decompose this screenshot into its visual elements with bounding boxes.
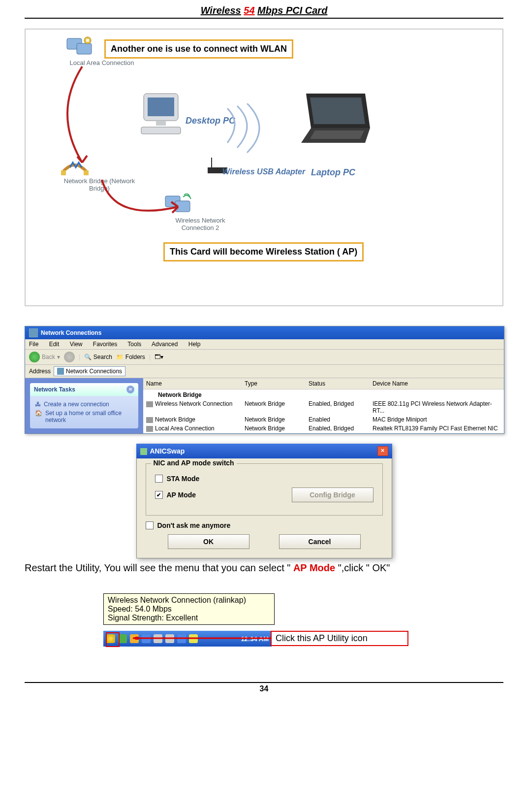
svg-rect-9	[148, 97, 174, 116]
window-titlebar[interactable]: Network Connections	[25, 326, 504, 339]
svg-rect-10	[156, 121, 166, 126]
wireless-icon	[146, 401, 153, 407]
menu-favorites[interactable]: Favorites	[93, 341, 117, 348]
search-button[interactable]: 🔍 Search	[84, 354, 112, 360]
col-device[interactable]: Device Name	[370, 378, 504, 389]
header-word1: Wireless	[201, 5, 241, 16]
connections-list: Name Type Status Device Name Network Bri…	[143, 378, 504, 433]
desktop-pc-label: Desktop PC	[186, 116, 235, 126]
col-status[interactable]: Status	[306, 378, 370, 389]
network-connections-window: Network Connections File Edit View Favor…	[25, 326, 504, 434]
tooltip-line1: Wireless Network Connection (ralinkap)	[108, 596, 270, 605]
bridge-small-icon	[146, 417, 153, 423]
address-label: Address	[29, 368, 51, 375]
table-row[interactable]: Network Bridge Network Bridge Enabled MA…	[143, 415, 504, 424]
views-button[interactable]: 🗔▾	[155, 354, 163, 360]
menu-advanced[interactable]: Advanced	[152, 341, 178, 348]
dialog-app-icon	[140, 448, 147, 455]
svg-rect-3	[86, 39, 89, 42]
table-row[interactable]: Wireless Network Connection Network Brid…	[143, 399, 504, 415]
back-icon	[29, 352, 40, 362]
svg-marker-15	[133, 637, 139, 640]
window-title: Network Connections	[41, 329, 101, 336]
page-number: 34	[260, 684, 269, 693]
sta-mode-checkbox[interactable]	[155, 475, 163, 483]
laptop-pc-label: Laptop PC	[311, 167, 355, 178]
sidebar-heading[interactable]: Network Tasks «	[30, 383, 138, 396]
page-footer: 34	[25, 682, 503, 693]
svg-rect-4	[61, 170, 66, 175]
sta-mode-label: STA Mode	[167, 475, 200, 483]
system-tray-area: Wireless Network Connection (ralinkap) S…	[103, 593, 349, 652]
table-row[interactable]: Local Area Connection Network Bridge Ena…	[143, 424, 504, 433]
network-connections-icon	[29, 328, 38, 337]
cancel-button[interactable]: Cancel	[279, 534, 361, 549]
toolbar: Back ▾ | 🔍 Search 📁 Folders | 🗔▾	[25, 350, 504, 365]
lac-label: Local Area Connection	[65, 59, 139, 66]
menu-edit[interactable]: Edit	[49, 341, 60, 348]
tooltip-line2: Speed: 54.0 Mbps	[108, 605, 270, 614]
svg-rect-11	[141, 127, 181, 134]
ap-mode-label: AP Mode	[167, 491, 196, 499]
network-bridge-icon: Network Bridge (Network Bridge)	[60, 158, 139, 192]
header-rest: Mbps PCI Card	[257, 5, 327, 16]
menu-tools[interactable]: Tools	[127, 341, 141, 348]
dialog-titlebar[interactable]: ANICSwap ×	[136, 444, 392, 458]
instruction-text: Restart the Utility, You will see the me…	[25, 562, 503, 574]
tasks-sidebar: Network Tasks « 🖧Create a new connection…	[25, 378, 143, 433]
forward-icon	[64, 352, 75, 362]
menu-bar: File Edit View Favorites Tools Advanced …	[25, 339, 504, 350]
menu-view[interactable]: View	[70, 341, 83, 348]
new-connection-icon: 🖧	[35, 401, 41, 408]
tray-callout: Click this AP Utility icon	[271, 631, 408, 646]
page-header: Wireless 54 Mbps PCI Card	[25, 5, 503, 19]
dont-ask-checkbox[interactable]	[146, 521, 154, 529]
close-button[interactable]: ×	[377, 446, 388, 456]
back-button[interactable]: Back ▾	[29, 352, 60, 362]
svg-rect-7	[175, 201, 190, 212]
menu-help[interactable]: Help	[188, 341, 201, 348]
group-legend: NIC and AP mode switch	[151, 459, 237, 467]
folders-button[interactable]: 📁 Folders	[116, 354, 145, 360]
lan-small-icon	[146, 426, 153, 432]
laptop-pc-icon	[291, 89, 390, 153]
bridge-label: Network Bridge (Network Bridge)	[60, 177, 139, 192]
col-name[interactable]: Name	[143, 378, 242, 389]
home-network-icon: 🏠	[35, 410, 42, 417]
anicswap-dialog: ANICSwap × NIC and AP mode switch STA Mo…	[136, 444, 392, 558]
svg-rect-5	[84, 170, 89, 175]
wnc2-label: Wireless Network Connection 2	[163, 217, 237, 231]
task-setup-network[interactable]: 🏠Set up a home or small office network	[35, 410, 133, 423]
tray-tooltip: Wireless Network Connection (ralinkap) S…	[103, 593, 275, 625]
dialog-title: ANICSwap	[150, 447, 185, 455]
red-arrow-callout-icon	[133, 637, 271, 640]
ap-mode-checkbox[interactable]: ✔	[155, 491, 163, 499]
ap-mode-red: AP Mode	[293, 562, 335, 573]
address-icon	[57, 368, 64, 375]
group-network-bridge: Network Bridge	[143, 390, 504, 399]
address-field[interactable]: Network Connections	[54, 366, 125, 376]
tooltip-line3: Signal Strength: Excellent	[108, 614, 270, 622]
config-bridge-button: Config Bridge	[292, 487, 373, 502]
local-area-connection-icon: Local Area Connection	[65, 34, 139, 66]
menu-file[interactable]: File	[29, 341, 38, 348]
wireless-usb-adapter-label: Wireless USB Adapter	[222, 167, 321, 176]
tray-highlight-box	[106, 632, 120, 647]
ok-button[interactable]: OK	[168, 534, 249, 549]
address-value: Network Connections	[66, 368, 122, 375]
address-bar: Address Network Connections	[25, 365, 504, 378]
forward-button	[64, 352, 75, 362]
mode-switch-group: NIC and AP mode switch STA Mode ✔ AP Mod…	[146, 463, 383, 516]
callout-ap-station: This Card will become Wireless Station (…	[163, 242, 364, 261]
task-create-connection[interactable]: 🖧Create a new connection	[35, 401, 133, 408]
svg-rect-1	[77, 43, 92, 54]
header-red: 54	[244, 5, 254, 16]
dont-ask-label: Don't ask me anymore	[157, 521, 231, 529]
wireless-connection-2-icon: Wireless Network Connection 2	[163, 192, 237, 231]
network-diagram: Another one is use to connect with WLAN …	[25, 29, 503, 306]
column-headers: Name Type Status Device Name	[143, 378, 504, 390]
col-type[interactable]: Type	[242, 378, 306, 389]
collapse-icon: «	[126, 386, 134, 393]
red-arrow-1-icon	[48, 64, 107, 172]
